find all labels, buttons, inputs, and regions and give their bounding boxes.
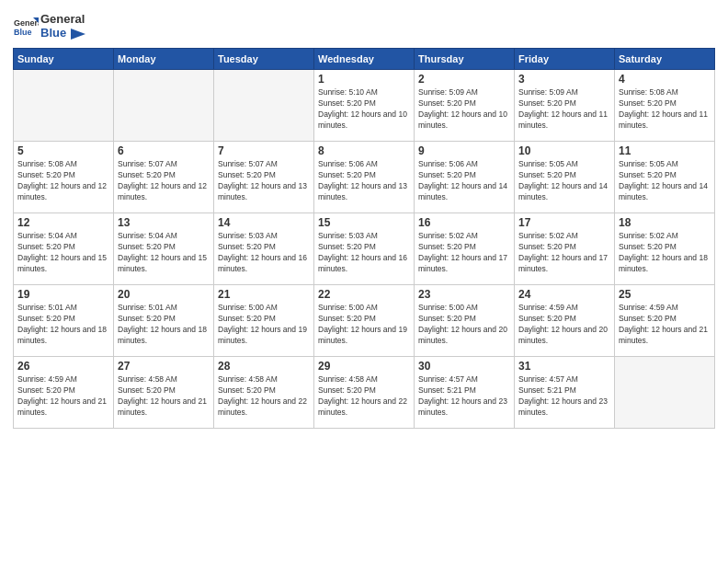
cell-info: Sunrise: 5:03 AM Sunset: 5:20 PM Dayligh… [218,231,310,275]
logo-arrow [71,29,85,40]
cell-info: Sunrise: 4:57 AM Sunset: 5:21 PM Dayligh… [518,374,610,419]
sunrise-label: Sunrise: [619,159,650,168]
cell-day-number: 28 [218,360,310,373]
sunrise-label: Sunrise: [17,303,49,312]
sunrise-label: Sunrise: [518,159,550,168]
calendar-cell: 22 Sunrise: 5:00 AM Sunset: 5:20 PM Dayl… [314,284,415,356]
sunset-label: Sunset: [418,385,447,395]
sunset-time: 5:20 PM [246,242,276,251]
sunset-label: Sunset: [619,170,647,179]
sunset-label: Sunset: [17,314,46,323]
calendar-cell: 11 Sunrise: 5:05 AM Sunset: 5:20 PM Dayl… [615,141,715,213]
calendar-cell: 26 Sunrise: 4:59 AM Sunset: 5:20 PM Dayl… [14,356,114,428]
daylight-label: Daylight: 12 hours and 22 minutes. [318,396,407,417]
sunset-label: Sunset: [218,170,246,179]
sunset-label: Sunset: [118,314,146,323]
sunset-label: Sunset: [518,242,547,251]
cell-day-number: 13 [118,216,210,229]
cell-info: Sunrise: 5:09 AM Sunset: 5:20 PM Dayligh… [418,87,510,132]
calendar-cell: 23 Sunrise: 5:00 AM Sunset: 5:20 PM Dayl… [415,284,515,356]
cell-info: Sunrise: 5:00 AM Sunset: 5:20 PM Dayligh… [218,303,310,347]
cell-info: Sunrise: 5:01 AM Sunset: 5:20 PM Dayligh… [118,303,210,347]
sunrise-label: Sunrise: [218,231,249,240]
cell-day-number: 14 [218,216,310,229]
sunset-time: 5:20 PM [146,242,176,251]
cell-day-number: 9 [418,144,510,157]
sunrise-label: Sunrise: [17,374,49,384]
sunset-time: 5:20 PM [447,314,476,323]
calendar-cell: 25 Sunrise: 4:59 AM Sunset: 5:20 PM Dayl… [615,284,715,356]
sunrise-time: 4:59 AM [550,303,578,312]
daylight-label: Daylight: 12 hours and 18 minutes. [17,325,107,345]
sunrise-time: 5:00 AM [249,303,278,312]
sunrise-time: 5:09 AM [550,87,578,97]
cell-day-number: 12 [17,216,109,229]
sunset-time: 5:20 PM [647,170,677,179]
cell-day-number: 7 [218,144,310,157]
svg-text:General: General [14,18,39,28]
cell-info: Sunrise: 5:05 AM Sunset: 5:20 PM Dayligh… [518,159,610,203]
calendar-cell: 19 Sunrise: 5:01 AM Sunset: 5:20 PM Dayl… [14,284,114,356]
daylight-label: Daylight: 12 hours and 17 minutes. [518,253,608,273]
sunset-time: 5:20 PM [447,242,476,251]
calendar-cell: 4 Sunrise: 5:08 AM Sunset: 5:20 PM Dayli… [615,69,715,141]
calendar-cell: 8 Sunrise: 5:06 AM Sunset: 5:20 PM Dayli… [314,141,415,213]
sunrise-label: Sunrise: [318,303,349,312]
cell-day-number: 10 [518,144,610,157]
calendar-cell: 3 Sunrise: 5:09 AM Sunset: 5:20 PM Dayli… [515,69,615,141]
cell-day-number: 15 [318,216,410,229]
calendar-cell: 20 Sunrise: 5:01 AM Sunset: 5:20 PM Dayl… [114,284,214,356]
sunrise-label: Sunrise: [318,87,349,97]
sunrise-time: 4:57 AM [449,374,478,384]
sunset-time: 5:20 PM [347,385,376,395]
sunrise-time: 5:05 AM [550,159,578,168]
cell-day-number: 19 [17,288,109,301]
sunrise-time: 5:10 AM [349,87,378,97]
daylight-label: Daylight: 12 hours and 12 minutes. [118,181,207,201]
weekday-header: Friday [515,48,615,69]
cell-info: Sunrise: 5:08 AM Sunset: 5:20 PM Dayligh… [17,159,109,203]
sunrise-time: 5:09 AM [449,87,478,97]
cell-info: Sunrise: 5:02 AM Sunset: 5:20 PM Dayligh… [518,231,610,275]
sunset-time: 5:20 PM [246,170,276,179]
svg-marker-4 [71,29,85,40]
sunrise-time: 5:02 AM [650,231,678,240]
sunset-label: Sunset: [418,170,447,179]
calendar-cell: 9 Sunrise: 5:06 AM Sunset: 5:20 PM Dayli… [415,141,515,213]
sunrise-label: Sunrise: [619,87,650,97]
cell-day-number: 8 [318,144,410,157]
sunrise-time: 5:04 AM [149,231,177,240]
sunrise-label: Sunrise: [418,159,449,168]
daylight-label: Daylight: 12 hours and 16 minutes. [318,253,407,273]
weekday-header: Wednesday [314,48,415,69]
sunrise-label: Sunrise: [218,374,249,384]
sunset-time: 5:20 PM [447,170,476,179]
daylight-label: Daylight: 12 hours and 16 minutes. [218,253,307,273]
header: General Blue General Blue [13,9,715,40]
cell-day-number: 4 [619,73,711,86]
calendar-cell: 29 Sunrise: 4:58 AM Sunset: 5:20 PM Dayl… [314,356,415,428]
sunrise-label: Sunrise: [118,159,149,168]
sunset-label: Sunset: [518,385,547,395]
sunset-label: Sunset: [318,170,347,179]
weekday-row: SundayMondayTuesdayWednesdayThursdayFrid… [14,48,715,69]
logo-general: General [40,12,85,26]
sunrise-time: 5:02 AM [550,231,578,240]
cell-info: Sunrise: 4:58 AM Sunset: 5:20 PM Dayligh… [218,374,310,419]
cell-day-number: 11 [619,144,711,157]
cell-info: Sunrise: 5:03 AM Sunset: 5:20 PM Dayligh… [318,231,410,275]
sunset-time: 5:20 PM [547,170,576,179]
sunset-time: 5:20 PM [146,314,176,323]
daylight-label: Daylight: 12 hours and 15 minutes. [17,253,107,273]
cell-info: Sunrise: 5:05 AM Sunset: 5:20 PM Dayligh… [619,159,711,203]
calendar-cell [214,69,314,141]
cell-day-number: 6 [118,144,210,157]
calendar-cell: 15 Sunrise: 5:03 AM Sunset: 5:20 PM Dayl… [314,213,415,284]
sunset-time: 5:21 PM [547,385,576,395]
calendar-table: SundayMondayTuesdayWednesdayThursdayFrid… [13,48,715,429]
cell-info: Sunrise: 5:06 AM Sunset: 5:20 PM Dayligh… [318,159,410,203]
cell-day-number: 27 [118,360,210,373]
calendar-cell: 27 Sunrise: 4:58 AM Sunset: 5:20 PM Dayl… [114,356,214,428]
daylight-label: Daylight: 12 hours and 14 minutes. [619,181,708,201]
cell-day-number: 26 [17,360,109,373]
